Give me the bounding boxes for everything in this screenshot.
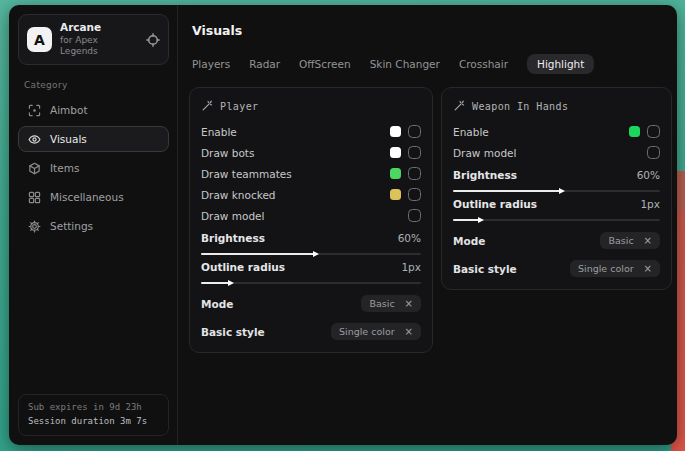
weapon-in-hands-panel: Weapon In Hands Enable Draw model [441,87,672,290]
brightness-slider-block: Brightness 60% [201,232,421,255]
sidebar-item-label: Items [50,162,79,174]
basic-style-select-row: Basic style Single color × [201,323,421,340]
session-duration-text: Session duration 3m 7s [28,415,159,429]
toggle-row-draw-teammates: Draw teammates [201,163,421,184]
close-icon[interactable]: × [644,235,652,246]
sidebar-item-label: Settings [50,220,93,232]
toggle-row-draw-model: Draw model [201,205,421,226]
mode-chip[interactable]: Basic × [600,232,660,249]
slider-thumb[interactable] [228,280,234,286]
color-swatch[interactable] [390,189,401,200]
basic-style-select-row: Basic style Single color × [453,260,660,277]
sidebar-item-items[interactable]: Items [18,155,169,181]
select-label: Basic style [453,263,517,275]
mode-select-row: Mode Basic × [453,232,660,249]
chip-value: Single color [339,326,395,337]
outline-radius-slider-block: Outline radius 1px [201,261,421,284]
slider-thumb[interactable] [559,188,565,194]
chip-value: Basic [608,235,633,246]
checkbox[interactable] [408,167,421,180]
main-content: Visuals Players Radar OffScreen Skin Cha… [178,5,677,445]
grid-icon [28,191,41,204]
toggle-row-draw-knocked: Draw knocked [201,184,421,205]
tab-players[interactable]: Players [192,54,230,74]
tab-highlight[interactable]: Highlight [527,54,594,74]
close-icon[interactable]: × [405,326,413,337]
sidebar-item-label: Miscellaneous [50,191,124,203]
panel-title-text: Weapon In Hands [472,101,568,112]
sidebar-item-label: Aimbot [50,104,88,116]
slider-label: Outline radius [453,198,537,210]
color-swatch[interactable] [390,147,401,158]
toggle-label: Draw bots [201,147,254,159]
close-icon[interactable]: × [405,298,413,309]
toggle-row-draw-bots: Draw bots [201,142,421,163]
sidebar-item-label: Visuals [50,133,87,145]
checkbox[interactable] [408,146,421,159]
app-subtitle: for Apex Legends [60,35,138,58]
app-title-block: Arcane for Apex Legends [60,21,138,58]
checkbox[interactable] [647,125,660,138]
slider-track[interactable] [453,219,660,221]
toggle-label: Draw model [453,147,516,159]
slider-thumb[interactable] [313,251,319,257]
basic-style-chip[interactable]: Single color × [570,260,660,277]
subscription-info-box: Sub expires in 9d 23h Session duration 3… [18,394,169,436]
select-label: Mode [201,298,233,310]
chip-value: Basic [369,298,394,309]
slider-value: 60% [637,169,660,181]
color-swatch[interactable] [390,168,401,179]
slider-track[interactable] [201,282,421,284]
toggle-row-enable: Enable [453,121,660,142]
arcane-window: A Arcane for Apex Legends Category [9,5,677,445]
chip-value: Single color [578,263,634,274]
desktop-background-red-accent [677,171,685,211]
tab-offscreen[interactable]: OffScreen [299,54,351,74]
basic-style-chip[interactable]: Single color × [331,323,421,340]
scan-icon [28,104,41,117]
eye-icon [28,133,41,146]
wand-icon [453,100,465,112]
category-label: Category [24,80,169,90]
outline-radius-slider-block: Outline radius 1px [453,198,660,221]
checkbox[interactable] [408,209,421,222]
wand-icon [201,100,213,112]
checkbox[interactable] [408,125,421,138]
player-panel-header: Player [201,100,421,112]
sidebar-item-settings[interactable]: Settings [18,213,169,239]
mode-chip[interactable]: Basic × [361,295,421,312]
checkbox[interactable] [408,188,421,201]
slider-label: Outline radius [201,261,285,273]
panel-title-text: Player [220,101,259,112]
sidebar-item-visuals[interactable]: Visuals [18,126,169,152]
panels: Player Enable Draw bots [189,87,672,353]
toggle-label: Enable [201,126,237,138]
slider-track[interactable] [453,190,660,192]
slider-track[interactable] [201,253,421,255]
toggle-row-enable: Enable [201,121,421,142]
weapon-panel-header: Weapon In Hands [453,100,660,112]
tab-crosshair[interactable]: Crosshair [459,54,508,74]
target-icon[interactable] [146,33,160,47]
sidebar-item-aimbot[interactable]: Aimbot [18,97,169,123]
toggle-label: Draw model [201,210,264,222]
color-swatch[interactable] [629,126,640,137]
checkbox[interactable] [647,146,660,159]
slider-value: 60% [398,232,421,244]
close-icon[interactable]: × [644,263,652,274]
slider-value: 1px [640,198,660,210]
toggle-label: Enable [453,126,489,138]
player-panel: Player Enable Draw bots [189,87,433,353]
mode-select-row: Mode Basic × [201,295,421,312]
brightness-slider-block: Brightness 60% [453,169,660,192]
color-swatch[interactable] [390,126,401,137]
gear-icon [28,220,41,233]
app-header-card: A Arcane for Apex Legends [18,14,169,65]
slider-label: Brightness [453,169,517,181]
toggle-row-draw-model: Draw model [453,142,660,163]
slider-thumb[interactable] [478,217,484,223]
select-label: Basic style [201,326,265,338]
tab-skin-changer[interactable]: Skin Changer [370,54,440,74]
tab-radar[interactable]: Radar [249,54,280,74]
sidebar-item-miscellaneous[interactable]: Miscellaneous [18,184,169,210]
